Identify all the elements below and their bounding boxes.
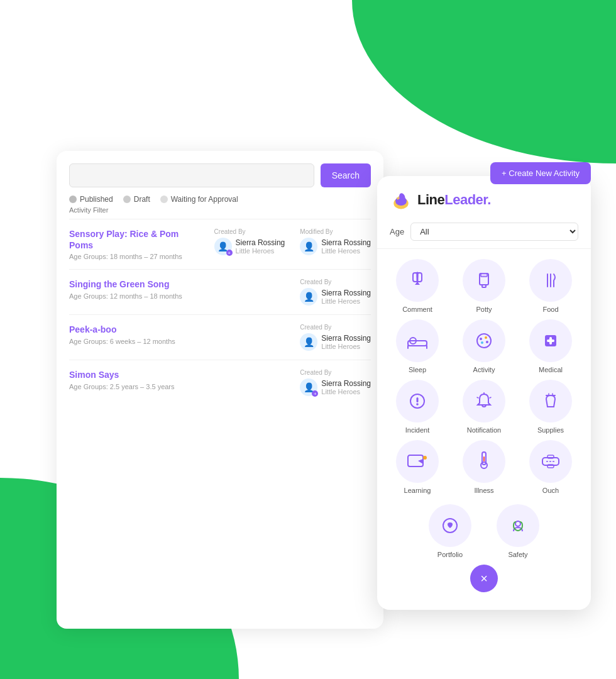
activity-type-icon	[463, 319, 505, 362]
activity-age: Age Groups: 12 months – 18 months	[69, 292, 287, 300]
list-item[interactable]: Activity	[454, 319, 514, 373]
incident-icon	[396, 380, 439, 422]
activity-type-grid: Comment Potty Food Slee	[377, 249, 591, 504]
illness-icon	[463, 440, 505, 483]
published-dot	[69, 196, 77, 203]
activity-title[interactable]: Simon Says	[69, 369, 287, 380]
ouch-label: Ouch	[542, 487, 559, 494]
svg-rect-6	[482, 285, 486, 287]
created-by-label: Created By	[300, 279, 371, 285]
list-item[interactable]: Potty	[454, 259, 514, 313]
created-by-label: Created By	[300, 324, 371, 331]
activity-type-label: Activity	[473, 366, 495, 373]
table-row: Simon Says Age Groups: 2.5 years – 3.5 y…	[69, 360, 371, 405]
list-item[interactable]: Ouch	[520, 440, 581, 494]
logo-bird-icon	[390, 189, 412, 211]
age-select[interactable]: All	[410, 223, 578, 241]
creator-org: Little Heroes	[321, 343, 371, 350]
created-by-block: Created By 👤+ Sierra Rossing Little Hero…	[300, 369, 371, 396]
creator-user: 👤+ Sierra Rossing Little Heroes	[300, 378, 371, 396]
modified-by-block: Modified By 👤 Sierra Rossing Little Hero…	[300, 228, 371, 255]
illness-label: Illness	[474, 487, 493, 494]
creator-details: Sierra Rossing Little Heroes	[321, 334, 371, 350]
potty-label: Potty	[476, 306, 492, 313]
modifier-org: Little Heroes	[321, 247, 371, 255]
svg-line-25	[477, 397, 478, 398]
ouch-icon	[529, 440, 572, 483]
filter-row: Published Draft Waiting for Approval	[69, 195, 371, 204]
list-item[interactable]: Sleep	[387, 319, 448, 373]
learning-label: Learning	[404, 487, 431, 494]
created-by-label: Created By	[300, 369, 371, 376]
list-item[interactable]: Incident	[387, 380, 448, 434]
activity-title[interactable]: Sensory Play: Rice & Pom Poms	[69, 228, 202, 251]
portfolio-icon	[429, 504, 471, 547]
draft-label: Draft	[134, 195, 150, 204]
activity-title[interactable]: Peek-a-boo	[69, 324, 287, 335]
creator-org: Little Heroes	[321, 297, 371, 305]
created-by-block: Created By 👤 Sierra Rossing Little Heroe…	[300, 324, 371, 351]
activity-meta: Created By 👤+ Sierra Rossing Little Hero…	[214, 228, 371, 255]
list-item[interactable]: Safety	[497, 504, 539, 558]
logo-dot: .	[487, 192, 491, 207]
supplies-label: Supplies	[537, 426, 564, 434]
search-input[interactable]	[69, 163, 314, 187]
waiting-label: Waiting for Approval	[171, 195, 238, 204]
search-button[interactable]: Search	[321, 163, 371, 187]
svg-rect-20	[547, 340, 554, 342]
learning-icon	[396, 440, 439, 483]
portfolio-label: Portfolio	[437, 551, 463, 558]
list-item[interactable]: Illness	[454, 440, 514, 494]
close-button[interactable]: ×	[470, 565, 498, 592]
svg-rect-5	[481, 273, 487, 277]
list-item[interactable]: Food	[520, 259, 581, 313]
created-by-block: Created By 👤 Sierra Rossing Little Heroe…	[300, 279, 371, 306]
activity-list: Sensory Play: Rice & Pom Poms Age Groups…	[69, 219, 371, 405]
creator-details: Sierra Rossing Little Heroes	[321, 379, 371, 395]
creator-user: 👤 Sierra Rossing Little Heroes	[300, 288, 371, 306]
list-item[interactable]: Learning	[387, 440, 448, 494]
activity-type-panel: LineLeader. Age All Comment	[377, 176, 591, 610]
list-item[interactable]: Portfolio	[429, 504, 471, 558]
bottom-type-row: Portfolio Safety	[377, 504, 591, 565]
notification-label: Notification	[467, 426, 501, 434]
activity-meta: Created By 👤 Sierra Rossing Little Heroe…	[300, 279, 371, 306]
avatar: 👤	[300, 238, 317, 255]
avatar: 👤	[300, 333, 317, 351]
activity-title[interactable]: Singing the Green Song	[69, 279, 287, 290]
search-row: Search	[69, 163, 371, 187]
svg-rect-22	[417, 397, 419, 402]
filter-published[interactable]: Published	[69, 195, 113, 204]
avatar-add-icon: +	[312, 390, 318, 397]
list-item[interactable]: Notification	[454, 380, 514, 434]
notification-icon	[463, 380, 505, 422]
svg-point-15	[485, 336, 487, 339]
medical-icon	[529, 319, 572, 362]
creator-name: Sierra Rossing	[321, 289, 371, 297]
list-item[interactable]: Medical	[520, 319, 581, 373]
avatar: 👤+	[300, 378, 317, 396]
creator-details: Sierra Rossing Little Heroes	[236, 238, 285, 255]
draft-dot	[123, 196, 131, 203]
comment-label: Comment	[402, 306, 432, 313]
age-filter-label: Age	[390, 227, 404, 236]
activity-meta: Created By 👤 Sierra Rossing Little Heroe…	[300, 324, 371, 351]
list-item[interactable]: Supplies	[520, 380, 581, 434]
activity-age: Age Groups: 6 weeks – 12 months	[69, 338, 287, 345]
sleep-label: Sleep	[409, 366, 426, 373]
list-item[interactable]: Comment	[387, 259, 448, 313]
safety-icon	[497, 504, 539, 547]
activity-info: Simon Says Age Groups: 2.5 years – 3.5 y…	[69, 369, 287, 390]
main-content-wrapper: Search Published Draft Waiting for Appro…	[57, 151, 591, 629]
age-filter-row: Age All	[377, 218, 591, 249]
svg-point-40	[515, 521, 520, 526]
activity-info: Singing the Green Song Age Groups: 12 mo…	[69, 279, 287, 299]
svg-line-26	[490, 397, 491, 398]
filter-waiting[interactable]: Waiting for Approval	[160, 195, 238, 204]
create-new-activity-button[interactable]: + Create New Activity	[490, 162, 591, 184]
green-top-right-shape	[352, 0, 616, 163]
filter-draft[interactable]: Draft	[123, 195, 150, 204]
creator-name: Sierra Rossing	[236, 238, 285, 247]
svg-point-17	[486, 341, 488, 343]
activity-age: Age Groups: 2.5 years – 3.5 years	[69, 383, 287, 390]
